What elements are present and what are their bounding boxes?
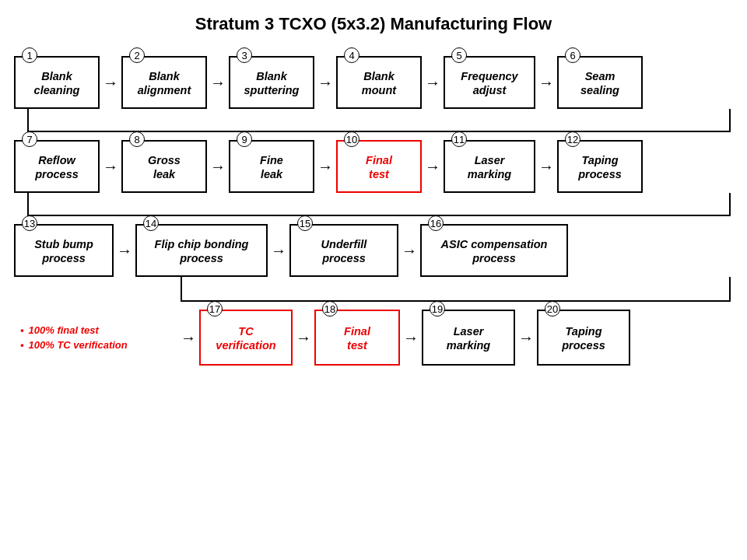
step-9: 9 Fineleak bbox=[229, 140, 314, 193]
step-12: 12 Tapingprocess bbox=[557, 140, 643, 193]
bullets-area: • 100% final test • 100% TC verification bbox=[14, 323, 177, 353]
step-2: 2 Blankalignment bbox=[121, 56, 207, 109]
arrow-18-19: → bbox=[400, 329, 422, 347]
step-15: 15 Underfillprocess bbox=[289, 224, 398, 277]
arrow-14-15: → bbox=[268, 242, 289, 260]
step-20: 20 Tapingprocess bbox=[537, 310, 630, 366]
arrow-15-16: → bbox=[398, 242, 420, 260]
step-7: 7 Reflowprocess bbox=[14, 140, 100, 193]
step-11: 11 Lasermarking bbox=[444, 140, 535, 193]
step-3: 3 Blanksputtering bbox=[229, 56, 314, 109]
bullet-2: • 100% TC verification bbox=[20, 338, 177, 353]
flow-row-1: 1 Blankcleaning → 2 Blankalignment → 3 B… bbox=[14, 56, 733, 109]
step-8: 8 Grossleak bbox=[121, 140, 207, 193]
arrow-9-10: → bbox=[314, 158, 336, 176]
arrow-17-18: → bbox=[293, 329, 314, 347]
arrow-8-9: → bbox=[207, 158, 229, 176]
arrow-10-11: → bbox=[422, 158, 444, 176]
bullet-1: • 100% final test bbox=[20, 323, 177, 338]
connector-2-3 bbox=[14, 193, 733, 216]
arrow-7-8: → bbox=[100, 158, 121, 176]
arrow-13-14: → bbox=[114, 242, 135, 260]
arrow-connector-17: → bbox=[177, 329, 199, 347]
step-13: 13 Stub bumpprocess bbox=[14, 224, 114, 277]
step-10: 10 Finaltest bbox=[336, 140, 422, 193]
step-5: 5 Frequencyadjust bbox=[444, 56, 535, 109]
flow-row-4-wrapper: • 100% final test • 100% TC verification… bbox=[14, 310, 733, 366]
page-title: Stratum 3 TCXO (5x3.2) Manufacturing Flo… bbox=[0, 0, 747, 42]
arrow-11-12: → bbox=[535, 158, 557, 176]
arrow-5-6: → bbox=[535, 74, 557, 92]
arrow-4-5: → bbox=[422, 74, 444, 92]
step-4: 4 Blankmount bbox=[336, 56, 422, 109]
flow-row-3: 13 Stub bumpprocess → 14 Flip chip bondi… bbox=[14, 224, 733, 277]
step-1: 1 Blankcleaning bbox=[14, 56, 100, 109]
step-18: 18 Finaltest bbox=[314, 310, 400, 366]
step-16: 16 ASIC compensationprocess bbox=[420, 224, 568, 277]
arrow-3-4: → bbox=[314, 74, 336, 92]
connector-1-2 bbox=[14, 109, 733, 132]
arrow-1-2: → bbox=[100, 74, 121, 92]
step-14: 14 Flip chip bondingprocess bbox=[135, 224, 268, 277]
flow-row-2: 7 Reflowprocess → 8 Grossleak → 9 Finele… bbox=[14, 140, 733, 193]
connector-3-4 bbox=[14, 277, 733, 302]
step-17: 17 TCverification bbox=[199, 310, 293, 366]
arrow-2-3: → bbox=[207, 74, 229, 92]
step-6: 6 Seamsealing bbox=[557, 56, 643, 109]
arrow-19-20: → bbox=[515, 329, 537, 347]
step-19: 19 Lasermarking bbox=[422, 310, 515, 366]
